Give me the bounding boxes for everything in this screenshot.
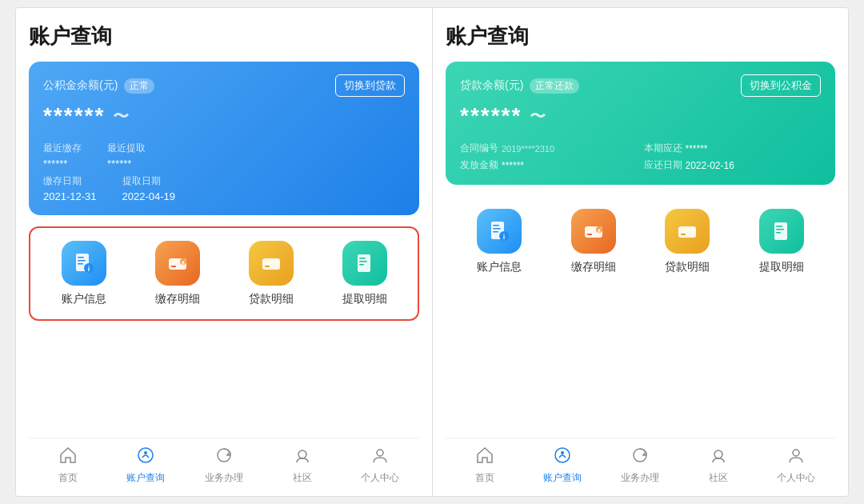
left-deposit-date-label: 缴存日期: [43, 174, 97, 188]
right-deposit-detail-icon: ¥: [571, 209, 616, 254]
svg-point-45: [793, 450, 799, 456]
left-quick-menu: i 账户信息 ¥ 缴存明细: [29, 226, 419, 321]
right-account-icon: [554, 446, 571, 469]
svg-rect-14: [358, 254, 370, 272]
right-nav-profile-label: 个人中心: [777, 471, 815, 485]
right-panel: 账户查询 贷款余额(元) 正常还款 切换到公积金 ****** 〜 合同编号 2…: [432, 8, 848, 496]
left-recent-withdraw-value: ******: [107, 158, 146, 170]
left-menu-account-info[interactable]: i 账户信息: [62, 241, 106, 306]
right-nav-profile[interactable]: 个人中心: [772, 446, 820, 485]
left-page-title: 账户查询: [29, 22, 419, 50]
right-nav-account[interactable]: 账户查询: [538, 446, 586, 485]
left-switch-btn[interactable]: 切换到贷款: [335, 74, 405, 97]
left-nav-home[interactable]: 首页: [44, 446, 92, 485]
left-nav-home-label: 首页: [58, 471, 78, 485]
left-menu-withdraw-detail[interactable]: 提取明细: [342, 241, 387, 306]
left-nav-account[interactable]: 账户查询: [122, 446, 170, 485]
right-community-icon: [710, 446, 727, 469]
right-quick-menu: i 账户信息 ¥ 缴存明细: [446, 196, 835, 287]
right-menu-deposit-detail-label: 缴存明细: [571, 260, 616, 274]
left-menu-deposit-detail-label: 缴存明细: [155, 292, 200, 306]
left-balance-amount: ****** 〜: [43, 103, 405, 129]
right-menu-loan-detail[interactable]: 贷款明细: [665, 209, 710, 274]
left-nav-business-label: 业务办理: [205, 471, 243, 485]
right-eye-icon: 〜: [530, 106, 547, 127]
left-recent-deposit-value: ******: [43, 158, 82, 170]
left-community-icon: [294, 446, 311, 469]
left-recent-withdraw-label: 最近提取: [107, 142, 146, 155]
svg-rect-16: [359, 261, 367, 262]
right-nav-community[interactable]: 社区: [694, 446, 742, 485]
svg-text:¥: ¥: [182, 260, 185, 266]
right-page-title: 账户查询: [446, 22, 835, 50]
right-card-label: 贷款余额(元): [460, 78, 523, 93]
svg-text:¥: ¥: [598, 228, 601, 234]
left-menu-loan-detail-label: 贷款明细: [249, 292, 294, 306]
right-balance-amount: ****** 〜: [460, 103, 821, 129]
svg-rect-31: [587, 234, 592, 235]
left-nav-community[interactable]: 社区: [278, 446, 326, 485]
left-home-icon: [59, 446, 77, 469]
svg-rect-38: [776, 226, 782, 227]
svg-point-19: [144, 451, 147, 454]
right-contract-cell: 合同编号 2019****2310: [460, 142, 638, 155]
right-balance-card: 贷款余额(元) 正常还款 切换到公积金 ****** 〜 合同编号 2019**…: [446, 62, 835, 185]
right-home-icon: [476, 446, 494, 469]
svg-point-22: [377, 450, 383, 456]
right-menu-withdraw-detail[interactable]: 提取明细: [759, 209, 804, 274]
right-menu-deposit-detail[interactable]: ¥ 缴存明细: [571, 209, 616, 274]
left-nav-community-label: 社区: [293, 471, 312, 485]
right-nav-business-label: 业务办理: [621, 471, 659, 485]
svg-rect-3: [78, 263, 83, 265]
svg-rect-39: [776, 229, 784, 230]
right-menu-account-info[interactable]: i 账户信息: [477, 209, 522, 274]
left-withdraw-detail-icon: [342, 241, 387, 286]
left-account-icon: [137, 446, 154, 469]
svg-rect-2: [78, 260, 86, 262]
right-loan-detail-icon: [665, 209, 710, 254]
svg-rect-36: [681, 234, 686, 235]
left-panel: 账户查询 公积金余额(元) 正常 切换到贷款 ****** 〜 最近缴存 ***…: [16, 8, 432, 496]
right-menu-withdraw-detail-label: 提取明细: [759, 260, 804, 274]
left-menu-loan-detail[interactable]: 贷款明细: [249, 241, 294, 306]
svg-rect-12: [262, 261, 280, 264]
left-nav-profile[interactable]: 个人中心: [356, 446, 404, 485]
left-menu-deposit-detail[interactable]: ¥ 缴存明细: [155, 241, 200, 306]
svg-rect-1: [78, 257, 84, 258]
left-recent-deposit-label: 最近缴存: [43, 142, 82, 155]
left-card-info-row1: 最近缴存 ****** 最近提取 ******: [43, 142, 405, 170]
svg-rect-17: [359, 264, 364, 266]
right-switch-btn[interactable]: 切换到公积金: [741, 74, 821, 97]
right-due-amount-cell: 本期应还 ******: [644, 142, 822, 155]
left-card-label: 公积金余额(元): [43, 78, 118, 93]
svg-rect-25: [493, 228, 501, 230]
left-deposit-detail-icon: ¥: [155, 241, 200, 286]
left-status-badge: 正常: [124, 78, 154, 94]
svg-rect-13: [265, 266, 270, 267]
svg-rect-37: [774, 222, 787, 240]
left-nav-business[interactable]: 业务办理: [200, 446, 248, 485]
right-withdraw-detail-icon: [759, 209, 804, 254]
svg-rect-26: [493, 231, 498, 233]
right-menu-account-info-label: 账户信息: [477, 260, 522, 274]
left-menu-account-info-label: 账户信息: [62, 292, 106, 306]
left-nav-profile-label: 个人中心: [361, 471, 399, 485]
svg-rect-24: [493, 225, 499, 226]
right-nav-business[interactable]: 业务办理: [616, 446, 664, 485]
main-container: 账户查询 公积金余额(元) 正常 切换到贷款 ****** 〜 最近缴存 ***…: [15, 7, 849, 497]
right-profile-icon: [787, 446, 805, 469]
svg-point-42: [561, 451, 564, 454]
right-loan-info: 合同编号 2019****2310 本期应还 ****** 发放金额 *****…: [460, 142, 821, 172]
right-account-info-icon: i: [477, 209, 522, 254]
right-nav-community-label: 社区: [709, 471, 728, 485]
svg-text:i: i: [503, 233, 506, 241]
right-nav-home-label: 首页: [475, 471, 494, 485]
right-nav-account-label: 账户查询: [543, 471, 582, 485]
left-business-icon: [215, 446, 233, 469]
right-nav-home[interactable]: 首页: [461, 446, 509, 485]
svg-text:i: i: [87, 265, 90, 273]
svg-point-21: [298, 450, 306, 458]
right-grant-amount-cell: 发放金额 ******: [460, 158, 638, 172]
svg-rect-15: [359, 258, 366, 259]
left-card-info-row2: 缴存日期 2021-12-31 提取日期 2022-04-19: [43, 174, 405, 202]
